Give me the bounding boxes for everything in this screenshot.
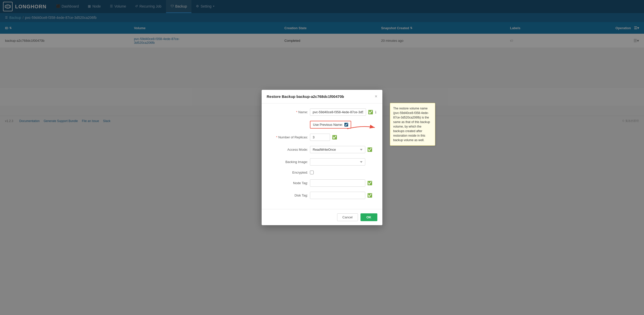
use-previous-row: Use Previous Name: [268, 121, 376, 126]
tooltip-box: The restore volume name (pvc-59d40ce8-f3… [390, 103, 435, 126]
name-info-icon: ℹ [375, 110, 376, 114]
tooltip-text: The restore volume name (pvc-59d40ce8-f3… [393, 107, 430, 126]
name-label: * Name: [268, 110, 308, 114]
modal-overlay: Restore Backup backup-a2c768dc1f00470b ×… [0, 0, 644, 126]
name-required-star: * [296, 110, 297, 114]
restore-modal: Restore Backup backup-a2c768dc1f00470b ×… [262, 90, 382, 126]
page-content: ID ⇅ Volume Creation State Snapshot Crea… [0, 22, 644, 126]
modal-title: Restore Backup backup-a2c768dc1f00470b [267, 94, 344, 99]
modal-header: Restore Backup backup-a2c768dc1f00470b × [262, 90, 382, 103]
name-valid-icon: ✅ [368, 110, 373, 114]
use-previous-checkbox[interactable] [344, 123, 348, 126]
use-previous-container: Use Previous Name: [310, 121, 351, 126]
use-previous-text: Use Previous Name: [313, 123, 343, 126]
modal-close-button[interactable]: × [375, 94, 377, 99]
modal-body: * Name: ✅ ℹ Use Previous Name: [262, 103, 382, 126]
name-field-row: * Name: ✅ ℹ [268, 108, 376, 116]
name-input[interactable] [310, 108, 366, 116]
